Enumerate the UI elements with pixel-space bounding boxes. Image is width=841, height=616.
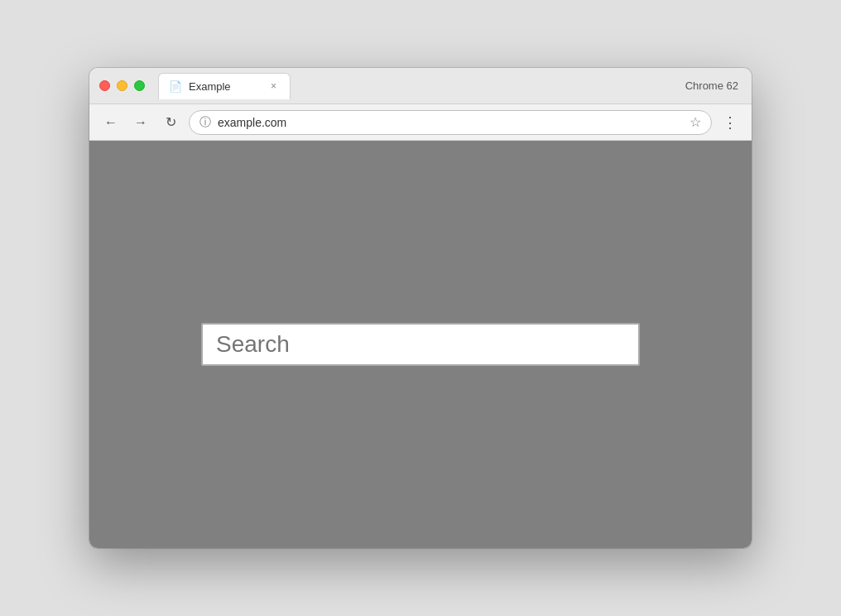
- back-button[interactable]: ←: [99, 111, 123, 134]
- url-text: example.com: [218, 116, 683, 129]
- close-button[interactable]: [99, 80, 110, 91]
- maximize-button[interactable]: [134, 80, 145, 91]
- browser-tab[interactable]: 📄 Example ×: [158, 73, 291, 99]
- forward-button[interactable]: →: [129, 111, 152, 134]
- browser-window: 📄 Example × Chrome 62 ← → ↻ ⓘ example.co…: [89, 68, 752, 548]
- tab-page-icon: 📄: [169, 80, 182, 93]
- window-controls: [99, 80, 145, 91]
- search-input[interactable]: [201, 323, 640, 366]
- bookmark-icon[interactable]: ☆: [690, 114, 701, 130]
- chrome-version-label: Chrome 62: [685, 79, 742, 92]
- minimize-button[interactable]: [117, 80, 127, 91]
- info-icon: ⓘ: [199, 115, 211, 130]
- menu-button[interactable]: ⋮: [718, 111, 742, 134]
- tab-bar: 📄 Example ×: [158, 73, 685, 99]
- tab-close-button[interactable]: ×: [267, 79, 280, 94]
- tab-title: Example: [189, 80, 261, 93]
- reload-button[interactable]: ↻: [159, 111, 182, 134]
- address-bar[interactable]: ⓘ example.com ☆: [189, 110, 712, 135]
- title-bar: 📄 Example × Chrome 62: [89, 68, 752, 104]
- page-content: [89, 141, 752, 548]
- nav-bar: ← → ↻ ⓘ example.com ☆ ⋮: [89, 104, 752, 141]
